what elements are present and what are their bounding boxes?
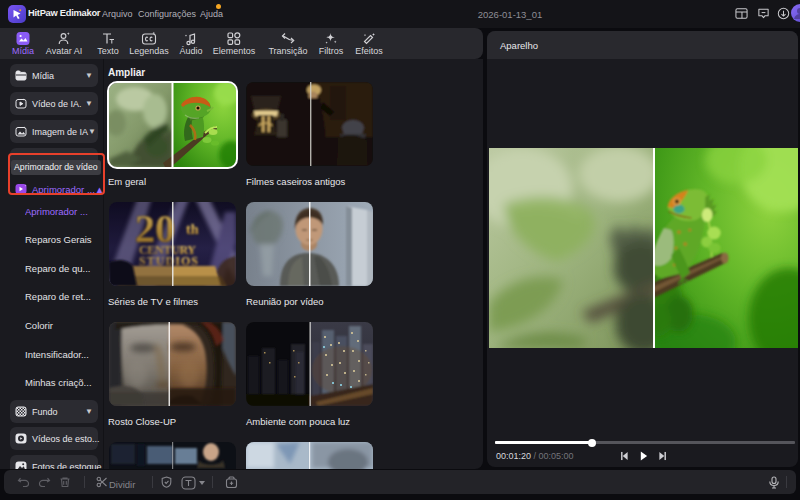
svg-text:th: th bbox=[186, 222, 199, 237]
